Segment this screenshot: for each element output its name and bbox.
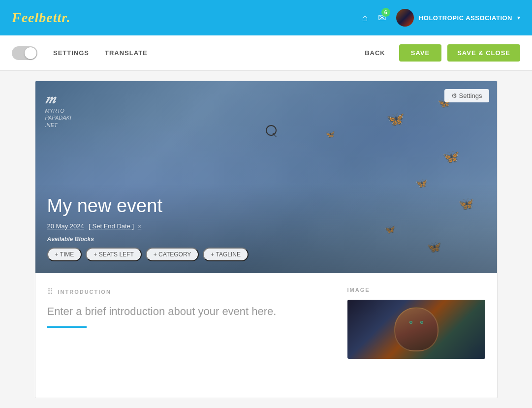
event-date-line: 20 May 2024 [ Set End Date ] ×: [47, 222, 485, 230]
site-logo-overlay: 𝑚 MYRTO PAPADAKI .NET: [45, 91, 71, 128]
intro-section-label: INTRODUCTION: [58, 289, 111, 295]
body-section: ⠿ INTRODUCTION Enter a brief introductio…: [35, 273, 497, 373]
logo-icon: 𝑚: [45, 91, 71, 107]
organization-selector[interactable]: HOLOTROPIC ASSOCIATION ▾: [396, 9, 520, 27]
butterfly-8: 🦋: [325, 129, 335, 139]
block-tags-container: + TIME + SEATS LEFT + CATEGORY + TAGLINE: [47, 248, 485, 261]
intro-section: ⠿ INTRODUCTION Enter a brief introductio…: [47, 287, 332, 359]
toolbar-actions: BACK SAVE SAVE & CLOSE: [357, 44, 520, 62]
image-section-label: IMAGE: [347, 287, 485, 293]
messages-icon[interactable]: ✉ 6: [378, 12, 386, 24]
nav-right-area: ⌂ ✉ 6 HOLOTROPIC ASSOCIATION ▾: [362, 9, 520, 27]
cursor-indicator: ↖: [266, 125, 277, 136]
event-image[interactable]: [347, 300, 485, 359]
toggle-switch[interactable]: [12, 46, 37, 60]
notification-badge: 6: [381, 8, 390, 17]
org-name: HOLOTROPIC ASSOCIATION: [419, 14, 512, 22]
home-icon[interactable]: ⌂: [362, 12, 368, 24]
left-eye: [409, 321, 412, 324]
translate-link[interactable]: TRANSLATE: [105, 49, 148, 57]
event-date-value[interactable]: 20 May 2024: [47, 222, 84, 230]
tag-seats-left[interactable]: + SEATS LEFT: [86, 248, 141, 261]
toggle-knob: [25, 47, 36, 59]
settings-link[interactable]: SETTINGS: [53, 49, 89, 57]
intro-underline: [47, 326, 87, 328]
back-button[interactable]: BACK: [357, 45, 393, 61]
save-close-button[interactable]: SAVE & CLOSE: [447, 44, 520, 62]
toolbar: SETTINGS TRANSLATE BACK SAVE SAVE & CLOS…: [0, 35, 532, 71]
logo-site-text: MYRTO PAPADAKI .NET: [45, 107, 71, 128]
event-hero: 🦋 🦋 🦋 🦋 🦋 🦋 🦋 🦋 𝑚 MYRTO PAPADAKI .NET: [35, 81, 497, 273]
brand-logo: Feelbettr.: [12, 10, 71, 26]
save-button[interactable]: SAVE: [399, 44, 441, 62]
face-eyes: [409, 321, 423, 324]
remove-date-button[interactable]: ×: [138, 222, 142, 230]
org-avatar: [396, 9, 414, 27]
tag-category[interactable]: + CATEGORY: [146, 248, 199, 261]
butterfly-3: 🦋: [442, 149, 460, 165]
right-eye: [420, 321, 423, 324]
intro-text-field[interactable]: Enter a brief introduction about your ev…: [47, 303, 332, 319]
top-navigation: Feelbettr. ⌂ ✉ 6 HOLOTROPIC ASSOCIATION …: [0, 0, 532, 35]
face-art: [394, 307, 438, 351]
logo-text: Feelbettr.: [12, 10, 71, 25]
face-overlay: [347, 300, 485, 359]
cursor-arrow: ↖: [272, 131, 278, 139]
tag-time[interactable]: + TIME: [47, 248, 82, 261]
set-end-date[interactable]: [ Set End Date ]: [89, 222, 134, 230]
tag-tagline[interactable]: + TAGLINE: [203, 248, 249, 261]
main-content: 🦋 🦋 🦋 🦋 🦋 🦋 🦋 🦋 𝑚 MYRTO PAPADAKI .NET: [0, 71, 532, 408]
available-blocks-label: Available Blocks: [47, 236, 485, 243]
intro-header: ⠿ INTRODUCTION: [47, 287, 332, 296]
event-title[interactable]: My new event: [47, 195, 485, 217]
butterfly-1: 🦋: [386, 110, 405, 127]
cursor-ring: ↖: [266, 125, 277, 136]
hero-content: My new event 20 May 2024 [ Set End Date …: [35, 184, 497, 273]
image-section: IMAGE: [347, 287, 485, 359]
chevron-down-icon: ▾: [517, 14, 520, 21]
drag-handle-icon[interactable]: ⠿: [47, 287, 53, 296]
hero-settings-button[interactable]: ⚙ Settings: [444, 89, 489, 102]
